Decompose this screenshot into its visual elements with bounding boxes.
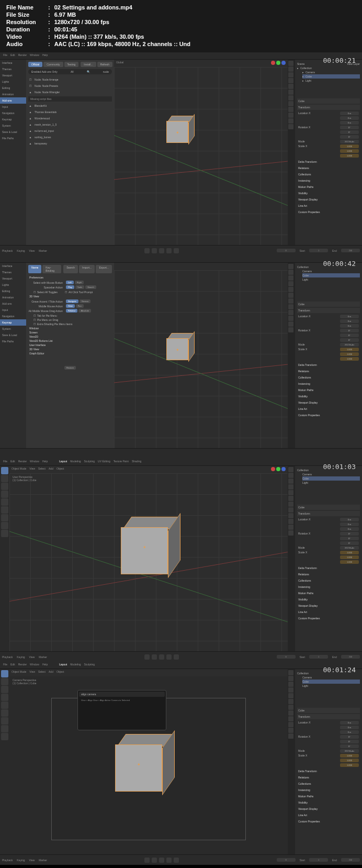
addon-filter-all[interactable]: All xyxy=(71,70,74,73)
km-search[interactable]: Search xyxy=(63,265,78,273)
km-mmb-orbit[interactable]: Orbit xyxy=(66,304,75,308)
km-grave-navigate[interactable]: Navigate xyxy=(66,299,78,303)
checkbox-icon[interactable]: ☐ xyxy=(33,291,36,294)
3d-viewport[interactable]: Object Mode View Select Add Object xyxy=(9,466,288,651)
outliner-collection[interactable]: Collection xyxy=(300,66,312,70)
menu-add[interactable]: Add xyxy=(49,467,53,472)
mode-dropdown[interactable]: Object Mode xyxy=(12,670,26,675)
prop-tab-data[interactable] xyxy=(288,118,293,124)
tool-cursor[interactable] xyxy=(1,475,8,482)
prop-tab-physics[interactable] xyxy=(288,107,293,112)
prop-tab-world[interactable] xyxy=(288,84,293,89)
cube-object[interactable]: ✦ xyxy=(121,523,147,549)
prop-tab-particle[interactable] xyxy=(288,101,293,106)
checkbox-icon[interactable]: ☐ xyxy=(33,322,36,326)
addon-item[interactable]: ▲Node: Node Wrangler xyxy=(28,90,112,95)
prefs-cat-animation[interactable]: Animation xyxy=(0,91,26,97)
rotation-z[interactable]: 0° xyxy=(340,135,359,139)
prop-visibility[interactable]: Visibility xyxy=(297,191,360,196)
tool-add-cube[interactable] xyxy=(1,530,8,537)
rotation-x[interactable]: 0° xyxy=(340,126,359,129)
play-end-icon[interactable] xyxy=(174,248,179,253)
scale-z[interactable]: 1.000 xyxy=(340,154,359,158)
km-import[interactable]: Import... xyxy=(79,265,95,273)
addon-tab-official[interactable]: Official xyxy=(28,62,42,67)
location-y[interactable]: 0 m xyxy=(340,116,359,120)
km-altmmb-relative[interactable]: Relative xyxy=(66,309,77,313)
prop-tab-render[interactable] xyxy=(288,61,293,66)
km-space-play[interactable]: Play xyxy=(66,285,74,289)
prefs-cat-addons[interactable]: Add-ons xyxy=(0,301,26,307)
addon-tab-community[interactable]: Community xyxy=(43,62,63,67)
search-input[interactable]: align camera xyxy=(79,692,165,697)
prefs-cat-keymap[interactable]: Keymap xyxy=(0,319,26,326)
3d-viewport[interactable]: Object Mode View Select Add Object ✦ Cam… xyxy=(9,669,288,854)
workspace-uv[interactable]: UV Editing xyxy=(98,460,110,464)
prop-object-name[interactable]: Cube xyxy=(297,98,360,104)
prefs-cat-editing[interactable]: Editing xyxy=(0,85,26,91)
addon-tab-testing[interactable]: Testing xyxy=(64,62,79,67)
scale-x[interactable]: 1.000 xyxy=(340,144,359,148)
3d-viewport[interactable]: ✦ xyxy=(114,263,288,448)
missing-addon[interactable]: ▲BlenderKit xyxy=(28,103,112,108)
prefs-cat-navigation[interactable]: Navigation xyxy=(0,313,26,319)
timeline[interactable] xyxy=(0,448,362,459)
tl-view[interactable]: View xyxy=(29,249,35,252)
workspace-modeling[interactable]: Modeling xyxy=(70,460,81,464)
km-expand-view2d[interactable]: View2D xyxy=(28,335,112,339)
tool-move[interactable] xyxy=(1,483,8,490)
missing-addon[interactable]: ▲re-form-ed_input xyxy=(28,128,112,133)
outliner-light[interactable]: Light xyxy=(306,79,311,82)
addon-search[interactable]: node xyxy=(103,70,109,73)
timeline[interactable]: Playback Keying View Marker 0 Start 1 En… xyxy=(0,854,362,865)
outliner[interactable]: Collection Camera Cube Light xyxy=(295,466,362,503)
rotation-y[interactable]: 0° xyxy=(340,130,359,134)
prefs-cat-viewport[interactable]: Viewport xyxy=(0,275,26,282)
cube-object[interactable]: ✦ xyxy=(166,117,193,143)
menu-render[interactable]: Render xyxy=(18,53,27,58)
play-icon[interactable] xyxy=(159,248,164,253)
prop-custom[interactable]: Custom Properties xyxy=(297,209,360,215)
tl-keying[interactable]: Keying xyxy=(17,249,25,252)
workspace-sculpting[interactable]: Sculpting xyxy=(84,460,95,464)
tool-rotate[interactable] xyxy=(1,694,8,701)
menu-select[interactable]: Select xyxy=(38,467,46,472)
menu-window[interactable]: Window xyxy=(30,53,39,58)
axis-y-dot[interactable] xyxy=(276,467,280,471)
search-result-item[interactable]: View > Align View > Align Active Camera … xyxy=(79,698,165,703)
tool-transform[interactable] xyxy=(1,709,8,717)
outliner[interactable]: Collection Camera Cube Light xyxy=(295,669,362,706)
prop-tab-material[interactable] xyxy=(288,124,293,129)
prefs-cat-lights[interactable]: Lights xyxy=(0,282,26,288)
km-grave-gizmos[interactable]: Gizmos xyxy=(80,299,91,303)
addon-filter-enabled[interactable]: Enabled Add-ons Only xyxy=(31,70,58,73)
km-space-search[interactable]: Search xyxy=(85,285,96,289)
search-menu[interactable]: align camera View > Align View > Align A… xyxy=(77,690,166,730)
scene-dropdown[interactable]: Scene xyxy=(297,62,304,65)
axis-z-dot[interactable] xyxy=(281,61,286,65)
prefs-cat-interface[interactable]: Interface xyxy=(0,60,26,66)
prefs-cat-filepaths[interactable]: File Paths xyxy=(0,338,26,344)
prefs-cat-system[interactable]: System xyxy=(0,123,26,129)
prefs-cat-themes[interactable]: Themes xyxy=(0,269,26,275)
prefs-cat-navigation[interactable]: Navigation xyxy=(0,110,26,116)
outliner[interactable]: Collection Camera Cube Light xyxy=(295,263,362,299)
km-tab-keybinding[interactable]: Key-Binding xyxy=(42,265,61,273)
prop-instancing[interactable]: Instancing xyxy=(297,178,360,183)
addon-refresh[interactable]: Refresh xyxy=(97,62,113,67)
km-expand-window[interactable]: Window xyxy=(28,326,112,330)
menu-edit[interactable]: Edit xyxy=(10,53,15,58)
km-mmb-pan[interactable]: Pan xyxy=(76,304,84,308)
km-select-right[interactable]: Right xyxy=(75,281,84,284)
km-tab-name[interactable]: Name xyxy=(28,265,41,273)
km-preferences-section[interactable]: Preferences xyxy=(28,275,112,280)
tl-marker[interactable]: Marker xyxy=(39,249,47,252)
play-next-icon[interactable] xyxy=(166,248,172,253)
menu-help[interactable]: Help xyxy=(42,53,48,58)
scale-y[interactable]: 1.000 xyxy=(340,149,359,153)
tool-annotate[interactable] xyxy=(1,514,8,521)
end-frame[interactable]: 250 xyxy=(341,249,360,252)
checkbox-icon[interactable]: ☐ xyxy=(28,78,32,81)
prop-tab-constraint[interactable] xyxy=(288,113,293,118)
outliner[interactable]: SceneView Layer ▸Collection ▸Camera ▸Cub… xyxy=(295,60,362,96)
